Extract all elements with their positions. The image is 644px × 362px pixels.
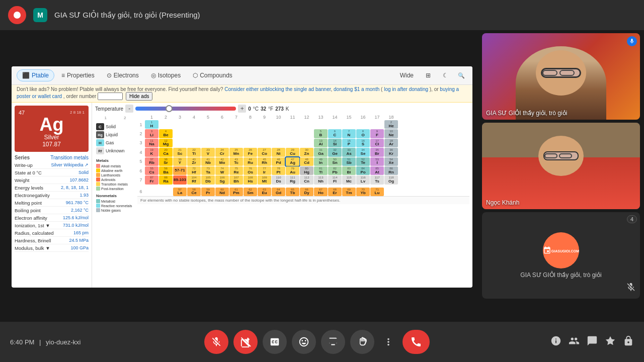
element-Sr[interactable]: 38Sr <box>159 157 173 166</box>
temp-plus-button[interactable]: + <box>238 105 246 113</box>
element-Rg[interactable]: 111Rg <box>286 175 299 184</box>
element-K[interactable]: 19K <box>145 148 158 156</box>
element-At[interactable]: 85At <box>370 166 384 175</box>
element-Sc[interactable]: 21Sc <box>173 148 187 156</box>
element-F[interactable]: 9F <box>370 129 384 138</box>
end-call-button[interactable] <box>403 330 430 354</box>
element-He[interactable]: 2He <box>384 120 398 129</box>
element-Li[interactable]: 3Li <box>145 129 158 138</box>
element-Cr[interactable]: 24Cr <box>215 148 229 156</box>
element-Lv[interactable]: 116Lv <box>356 175 370 184</box>
search-icon[interactable]: 🔍 <box>455 69 467 81</box>
element-Fr[interactable]: 87Fr <box>145 175 158 184</box>
info-button[interactable] <box>550 335 561 349</box>
element-Gd[interactable]: 64Gd <box>272 188 285 196</box>
element-Xe[interactable]: 54Xe <box>384 157 398 166</box>
element-Sg[interactable]: 106Sg <box>215 175 229 184</box>
activities-button[interactable] <box>605 335 616 349</box>
element-Ra[interactable]: 88Ra <box>159 175 173 184</box>
ad-link-donate[interactable]: donating $1 a month <box>334 86 379 92</box>
mic-button[interactable] <box>204 330 228 354</box>
element-Cu[interactable]: 29Cu <box>286 148 299 156</box>
element-In[interactable]: 49In <box>314 157 328 166</box>
element-Y[interactable]: 39Y <box>173 157 187 166</box>
element-Ar[interactable]: 18Ar <box>384 139 398 147</box>
element-Ga[interactable]: 31Ga <box>314 148 328 156</box>
element-As[interactable]: 33As <box>342 148 356 156</box>
element-Mn[interactable]: 25Mn <box>229 148 243 156</box>
element-Pm[interactable]: 61Pm <box>229 188 243 196</box>
element-Tb[interactable]: 65Tb <box>286 188 299 196</box>
temp-thumb[interactable] <box>166 105 173 112</box>
element-Tl[interactable]: 81Tl <box>314 166 328 175</box>
element-Be[interactable]: 4Be <box>159 129 173 138</box>
element-Pd[interactable]: 46Pd <box>272 157 285 166</box>
element-Pb[interactable]: 82Pb <box>328 166 342 175</box>
element-Ca[interactable]: 20Ca <box>159 148 173 156</box>
element-Sn[interactable]: 50Sn <box>328 157 342 166</box>
temp-minus-button[interactable]: - <box>125 105 133 113</box>
record-button[interactable] <box>8 6 26 24</box>
element-Nh[interactable]: 113Nh <box>314 175 328 184</box>
element-Na[interactable]: 11Na <box>145 139 158 147</box>
element-Hg[interactable]: 80Hg <box>300 166 313 175</box>
element-Al[interactable]: 13Al <box>314 139 328 147</box>
captions-button[interactable] <box>263 330 287 354</box>
element-Ni[interactable]: 28Ni <box>272 148 285 156</box>
element-Te[interactable]: 52Te <box>356 157 370 166</box>
element-Rn[interactable]: 86Rn <box>384 166 398 175</box>
element-Au[interactable]: 79Au <box>286 166 299 175</box>
element-Og[interactable]: 118Og <box>384 175 398 184</box>
element-Hf[interactable]: 72Hf <box>187 166 201 175</box>
element-H[interactable]: 1H <box>145 120 158 129</box>
element-Ta[interactable]: 73Ta <box>201 166 215 175</box>
element-Rf[interactable]: 104Rf <box>187 175 201 184</box>
element-Si[interactable]: 14Si <box>328 139 342 147</box>
tab-isotopes[interactable]: ◎ Isotopes <box>146 70 186 81</box>
element-S[interactable]: 16S <box>356 139 370 147</box>
element-Ge[interactable]: 32Ge <box>328 148 342 156</box>
element-La[interactable]: 57La <box>173 188 187 196</box>
element-Lu[interactable]: 71Lu <box>370 188 384 196</box>
element-Br[interactable]: 35Br <box>370 148 384 156</box>
tab-electrons[interactable]: ⊙ Electrons <box>102 70 144 81</box>
element-Cs[interactable]: 55Cs <box>145 166 158 175</box>
element-Pt[interactable]: 78Pt <box>272 166 285 175</box>
tab-dark[interactable]: ☾ <box>438 70 453 81</box>
tab-wide[interactable]: Wide <box>395 70 419 81</box>
element-Re[interactable]: 75Re <box>229 166 243 175</box>
element-Zn[interactable]: 30Zn <box>300 148 313 156</box>
lock-button[interactable] <box>623 335 634 349</box>
element-Tm[interactable]: 69Tm <box>342 188 356 196</box>
more-options-button[interactable] <box>379 330 397 354</box>
element-Cl[interactable]: 17Cl <box>370 139 384 147</box>
element-Dy[interactable]: 66Dy <box>300 188 313 196</box>
element-B[interactable]: 5B <box>314 129 328 138</box>
element-Ne[interactable]: 10Ne <box>384 129 398 138</box>
tab-ptable[interactable]: ⬛ Ptable <box>17 69 54 81</box>
tab-compounds[interactable]: ⬡ Compounds <box>188 70 237 81</box>
element-Os[interactable]: 76Os <box>244 166 257 175</box>
element-Er[interactable]: 68Er <box>328 188 342 196</box>
tab-properties[interactable]: ≡ Properties <box>56 70 100 81</box>
element-Rb[interactable]: 37Rb <box>145 157 158 166</box>
element-Nb[interactable]: 41Nb <box>201 157 215 166</box>
element-Nd[interactable]: 60Nd <box>215 188 229 196</box>
element-Ir[interactable]: 77Ir <box>258 166 271 175</box>
raise-hand-button[interactable] <box>350 330 374 354</box>
element-Bh[interactable]: 107Bh <box>229 175 243 184</box>
element-Sm[interactable]: 62Sm <box>244 188 257 196</box>
element-Cn[interactable]: 112Cn <box>300 175 313 184</box>
hide-ads-button[interactable]: Hide ads <box>126 92 152 101</box>
element-Ti[interactable]: 22Ti <box>187 148 201 156</box>
element-Ag[interactable]: 47Ag <box>286 157 299 166</box>
element-Ts[interactable]: 117Ts <box>370 175 384 184</box>
order-input[interactable] <box>98 93 123 100</box>
element-Ac-Lr[interactable]: 89-103 <box>173 175 187 184</box>
participants-button[interactable] <box>569 335 580 349</box>
element-Ho[interactable]: 67Ho <box>314 188 328 196</box>
element-La-Lu[interactable]: 57-71 <box>173 166 187 175</box>
element-P[interactable]: 15P <box>342 139 356 147</box>
element-Eu[interactable]: 63Eu <box>258 188 271 196</box>
element-Db[interactable]: 105Db <box>201 175 215 184</box>
